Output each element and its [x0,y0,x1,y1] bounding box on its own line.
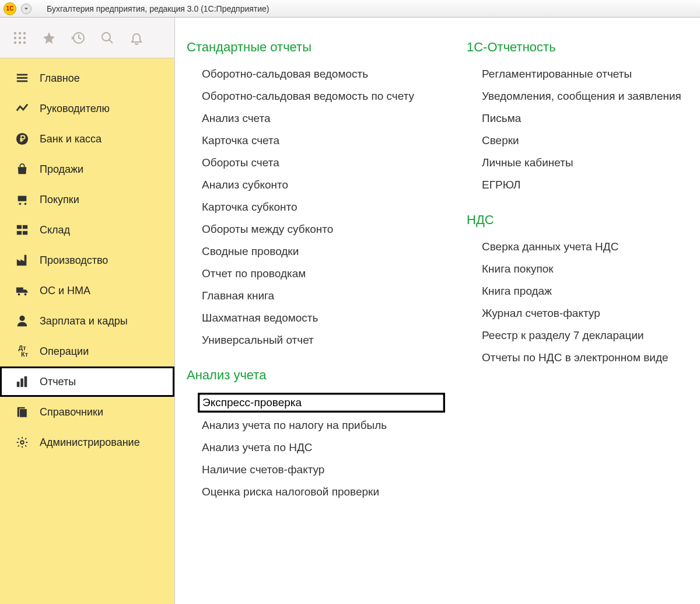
nav-item-warehouse[interactable]: Склад [0,215,174,245]
svg-point-6 [14,41,16,43]
section-title-1c-reporting: 1С-Отчетность [467,40,681,55]
link-item[interactable]: Сверка данных учета НДС [467,236,681,258]
nav-label: ОС и НМА [40,285,90,297]
link-item[interactable]: Сверки [467,130,681,152]
link-item[interactable]: Уведомления, сообщения и заявления [467,85,681,107]
nav-item-admin[interactable]: Администрирование [0,427,174,458]
svg-rect-29 [19,409,27,418]
nav-label: Главное [40,72,80,85]
link-item[interactable]: Личные кабинеты [467,152,681,174]
svg-rect-21 [23,231,27,235]
grid4-icon [15,223,29,237]
svg-point-1 [19,32,21,34]
nav-label: Администрирование [40,437,140,449]
svg-point-5 [23,36,26,39]
svg-point-23 [24,294,27,296]
svg-rect-25 [17,382,20,387]
link-item[interactable]: Письма [467,107,681,130]
cart-icon [15,193,29,207]
nav-item-purchases[interactable]: Покупки [0,184,174,215]
link-item[interactable]: Оборотно-сальдовая ведомость [187,63,443,85]
section-title-standard-reports: Стандартные отчеты [187,40,443,55]
nav-item-manager[interactable]: Руководителю [0,93,174,124]
link-item[interactable]: Анализ учета по НДС [187,437,443,459]
svg-rect-20 [17,231,22,235]
gear-icon [15,435,29,449]
grid-menu-icon[interactable] [12,30,28,46]
truck-icon [15,284,29,298]
link-item[interactable]: Наличие счетов-фактур [187,459,443,481]
nav-label: Зарплата и кадры [40,315,128,327]
nav-label: Руководителю [40,103,110,115]
svg-point-17 [24,203,27,205]
link-item[interactable]: Обороты между субконто [187,218,443,240]
link-item[interactable]: Сводные проводки [187,240,443,263]
link-item[interactable]: Оценка риска налоговой проверки [187,481,443,503]
svg-point-22 [18,294,20,296]
link-item[interactable]: Отчеты по НДС в электронном виде [467,347,681,369]
link-item[interactable]: Отчет по проводкам [187,263,443,285]
nav-label: Продажи [40,163,83,176]
nav-label: Справочники [40,406,103,418]
person-icon [15,314,29,328]
nav-label: Производство [40,254,108,267]
sidebar: Главное Руководителю Банк и касса Продаж… [0,58,174,604]
link-item[interactable]: Книга покупок [467,258,681,280]
nav-item-reports[interactable]: Отчеты [0,366,174,397]
chart-line-icon [15,102,29,116]
svg-rect-18 [17,225,22,229]
svg-point-2 [23,32,26,34]
nav-item-catalogs[interactable]: Справочники [0,397,174,427]
window-title: Бухгалтерия предприятия, редакция 3.0 (1… [47,4,270,13]
nav-item-bank[interactable]: Банк и касса [0,124,174,154]
link-express-check[interactable]: Экспресс-проверка [200,394,443,411]
link-item[interactable]: Карточка счета [187,130,443,152]
link-item[interactable]: Реестр к разделу 7 декларации [467,324,681,347]
nav-label: Склад [40,224,70,236]
link-item[interactable]: ЕГРЮЛ [467,174,681,196]
link-item[interactable]: Анализ учета по налогу на прибыль [187,414,443,437]
nav-item-sales[interactable]: Продажи [0,154,174,184]
content-area: Стандартные отчеты Оборотно-сальдовая ве… [175,18,700,604]
dtkt-icon: ДтКт [15,344,29,358]
svg-point-4 [19,36,21,39]
barchart-icon [15,375,29,389]
system-menu-dropdown[interactable] [21,4,32,14]
app-logo-icon: 1C [4,2,16,15]
star-icon[interactable] [41,30,57,46]
link-item[interactable]: Шахматная ведомость [187,307,443,329]
svg-point-3 [14,36,16,39]
svg-point-10 [102,33,110,41]
factory-icon [15,253,29,267]
link-item[interactable]: Регламентированные отчеты [467,63,681,85]
nav-item-salary[interactable]: Зарплата и кадры [0,306,174,336]
history-icon[interactable] [70,30,86,46]
link-item[interactable]: Карточка субконто [187,196,443,218]
docs-icon [15,405,29,419]
nav-item-assets[interactable]: ОС и НМА [0,275,174,306]
link-item[interactable]: Оборотно-сальдовая ведомость по счету [187,85,443,107]
nav-label: Покупки [40,194,79,206]
svg-rect-13 [17,77,27,79]
nav-item-main[interactable]: Главное [0,63,174,93]
link-item[interactable]: Универсальный отчет [187,329,443,351]
svg-rect-12 [17,74,27,76]
link-item[interactable]: Анализ субконто [187,174,443,196]
svg-point-16 [19,203,22,205]
svg-line-11 [109,40,113,43]
top-toolbar [0,18,174,58]
section-title-vat: НДС [467,212,681,228]
titlebar: 1C Бухгалтерия предприятия, редакция 3.0… [0,0,700,18]
nav-item-production[interactable]: Производство [0,245,174,275]
link-item[interactable]: Книга продаж [467,280,681,302]
svg-point-24 [19,316,24,321]
link-item[interactable]: Анализ счета [187,107,443,130]
bell-icon[interactable] [128,30,145,46]
nav-label: Банк и касса [40,133,102,145]
search-icon[interactable] [99,30,116,46]
link-item[interactable]: Журнал счетов-фактур [467,302,681,324]
link-item[interactable]: Обороты счета [187,152,443,174]
nav-item-operations[interactable]: ДтКт Операции [0,336,174,366]
link-item[interactable]: Главная книга [187,285,443,307]
svg-point-7 [19,41,21,43]
